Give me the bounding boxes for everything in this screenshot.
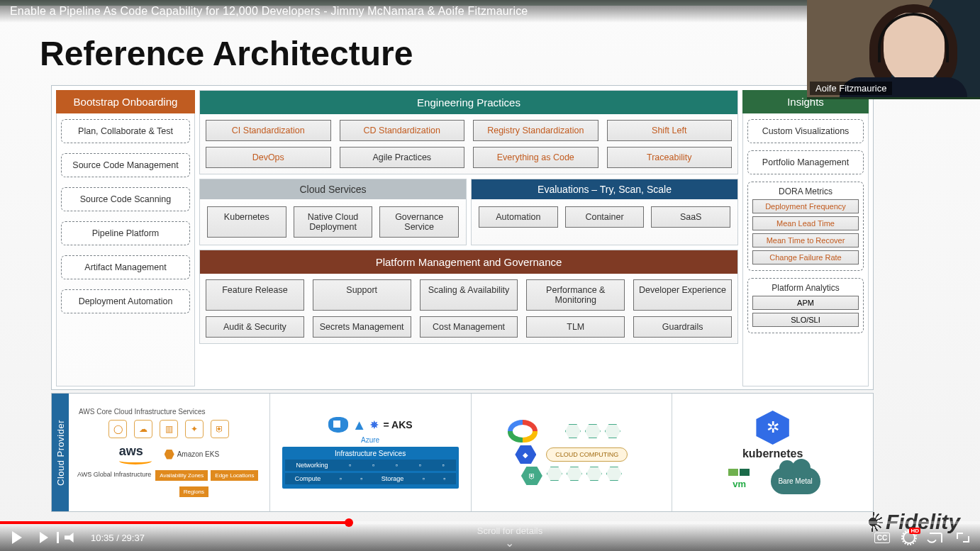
slide-title: Reference Architecture [40, 34, 413, 73]
pmg-cell: Performance & Monitoring [526, 279, 625, 311]
eng-cell: Agile Practices [340, 147, 465, 168]
analytics-group: Platform Analytics APM SLO/SLI [747, 278, 864, 333]
azure-cell: ▲ ✵ = AKS Azure Infrastructure Services … [269, 394, 471, 511]
evaluation-cell: Container [565, 206, 645, 228]
evaluation-cell: SaaS [651, 206, 730, 228]
eks-label: Amazon EKS [177, 450, 219, 458]
k8s-glyph-icon: ✵ [370, 419, 379, 430]
video-title: Enable a Pipeline As Code Capability for… [10, 5, 528, 18]
aws-icon-row: ◯ ☁ ▥ ✦ ⛨ [108, 420, 229, 438]
gcp-cell: ◆ CLOUD COMPUTING ⛨ [471, 394, 672, 511]
insights-item: Portfolio Management [747, 150, 864, 174]
cloud-provider-label: Cloud Provider [55, 420, 66, 486]
gcp-mini-icon [565, 424, 581, 438]
bare-metal-icon: Bare Metal [771, 467, 820, 494]
dora-metric: Deployment Frequency [752, 199, 859, 213]
aws-cell: AWS Core Cloud Infrastructure Services ◯… [69, 394, 269, 511]
pmg-cell: Scaling & Availability [420, 279, 518, 311]
cloud-service-cell: Kubernetes [207, 206, 286, 238]
kubernetes-icon: ✲ [754, 411, 792, 445]
engineering-header: Engineering Practices [200, 91, 737, 114]
pmg-cell: Feature Release [206, 279, 304, 311]
analytics-label: Platform Analytics [752, 283, 859, 293]
cloud-services-header: Cloud Services [200, 179, 466, 199]
azure-icon [328, 417, 348, 433]
evaluations-header: Evaluations – Try, Scan, Scale [472, 179, 737, 199]
eng-cell: Traceability [607, 147, 733, 168]
aws-strip: Regions [179, 486, 208, 497]
gcp-mini-icon [606, 467, 622, 481]
cast-button[interactable] [929, 530, 943, 545]
volume-button[interactable] [64, 530, 78, 545]
next-icon [40, 532, 48, 543]
dora-label: DORA Metrics [752, 187, 859, 196]
pmg-panel: Platform Management and Governance Featu… [199, 250, 738, 344]
gcp-mini-icon [567, 467, 582, 481]
chevron-down-icon: ⌄ [505, 537, 514, 549]
settings-button[interactable]: HD [902, 530, 916, 545]
aws-infra-label: AWS Global Infrastructure [77, 471, 151, 478]
hd-badge: HD [909, 528, 920, 534]
k8s-label: kubernetes [742, 447, 803, 460]
cloud-computing-label: CLOUD COMPUTING [546, 447, 628, 462]
dora-group: DORA Metrics Deployment Frequency Mean L… [747, 182, 864, 271]
eng-cell: CI Standardization [206, 120, 331, 141]
google-cloud-icon [508, 420, 538, 443]
aws-service-icon: ▥ [160, 420, 178, 438]
cloud-provider-row: Cloud Provider AWS Core Cloud Infrastruc… [51, 393, 874, 512]
gcp-mini-icon [605, 424, 620, 438]
webcam-overlay: Aoife Fitzmaurice [807, 0, 980, 99]
middle-column: Engineering Practices CI Standardization… [199, 90, 738, 386]
architecture-diagram: Bootstrap Onboarding Plan, Collaborate &… [51, 85, 874, 390]
aks-equation: ▲ ✵ = AKS [328, 417, 413, 433]
bootstrap-item: Plan, Collaborate & Test [61, 119, 190, 143]
gcp-hex-icon: ◆ [515, 445, 536, 464]
fullscreen-button[interactable] [956, 530, 970, 545]
pmg-cell: Audit & Security [206, 316, 304, 338]
aws-service-icon: ✦ [185, 420, 204, 438]
eng-cell: Shift Left [607, 120, 733, 141]
bootstrap-item: Source Code Scanning [61, 187, 190, 211]
k8s-cell: ✲ kubernetes vm Bare Metal [672, 394, 873, 511]
gcp-mini-icon [547, 467, 562, 481]
pmg-cell: Guardrails [633, 316, 732, 338]
eng-cell: Registry Standardization [473, 120, 598, 141]
analytics-item: SLO/SLI [752, 313, 859, 327]
pmg-cell: Support [313, 279, 411, 311]
bootstrap-column: Bootstrap Onboarding Plan, Collaborate &… [56, 90, 195, 386]
next-button[interactable] [37, 530, 51, 545]
eng-cell: CD Standardization [340, 120, 465, 141]
plus-icon: ▲ [352, 417, 367, 433]
dora-metric: Change Failure Rate [752, 250, 859, 265]
aws-service-icon: ◯ [108, 420, 127, 438]
speaker-name-tag: Aoife Fitzmaurice [810, 82, 892, 95]
play-button[interactable] [10, 530, 24, 545]
cloud-service-cell: Governance Service [379, 206, 459, 238]
cloud-services-panel: Cloud Services Kubernetes Native Cloud D… [199, 179, 467, 245]
eks-icon [165, 450, 174, 460]
insights-item: Custom Visualizations [747, 119, 864, 143]
bootstrap-item: Source Code Management [61, 153, 190, 177]
bootstrap-item: Artifact Management [61, 255, 190, 279]
pmg-cell: Cost Management [420, 316, 518, 338]
cloud-provider-side: Cloud Provider [52, 394, 69, 511]
captions-button[interactable]: CC [875, 530, 889, 545]
bootstrap-item: Pipeline Platform [61, 221, 190, 245]
aws-logo-icon: aws [119, 444, 152, 464]
cast-icon [930, 533, 942, 542]
pmg-cell: Developer Experience [633, 279, 732, 311]
engineering-panel: Engineering Practices CI Standardization… [199, 90, 738, 174]
eng-cell: Everything as Code [473, 147, 598, 168]
gcp-mini-icon [586, 467, 602, 481]
dora-metric: Mean Time to Recover [752, 233, 859, 247]
aws-service-icon: ⛨ [211, 420, 229, 438]
evaluation-cell: Automation [479, 206, 558, 228]
azure-infra-box: Infrastructure Services Networking▫▫▫▫▫ … [282, 447, 459, 489]
pmg-cell: TLM [526, 316, 625, 338]
aws-service-icon: ☁ [134, 420, 152, 438]
fullscreen-icon [957, 533, 969, 542]
gcp-mini-icon [585, 424, 601, 438]
volume-icon [65, 533, 77, 542]
eng-cell: DevOps [206, 147, 331, 168]
analytics-item: APM [752, 296, 859, 310]
